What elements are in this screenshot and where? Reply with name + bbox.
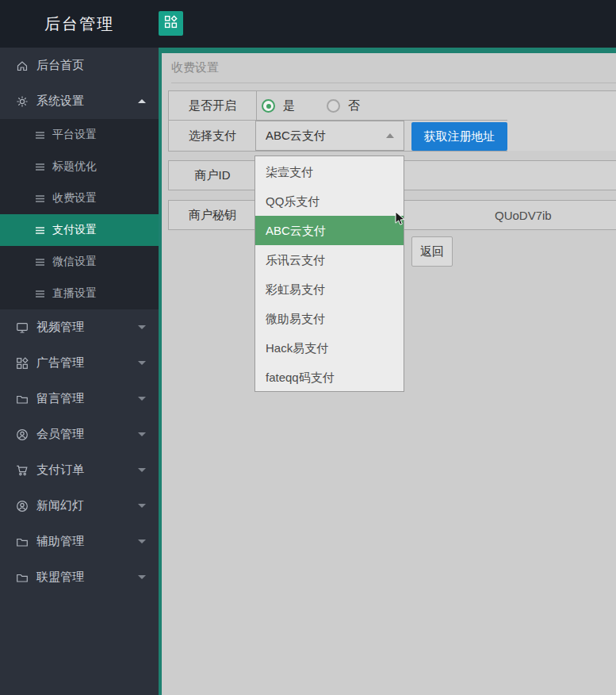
dropdown-option[interactable]: 彩虹易支付 (255, 275, 404, 304)
sidebar-item-system-settings[interactable]: 系统设置 (0, 83, 159, 119)
payment-dropdown: 柒壹支付 QQ乐支付 ABC云支付 乐讯云支付 彩虹易支付 微助易支付 Hack… (254, 156, 404, 392)
panel-title: 收费设置 (171, 60, 219, 75)
home-icon (16, 60, 29, 72)
sidebar-item-messages[interactable]: 留言管理 (0, 381, 159, 417)
enable-label: 是否开启 (169, 91, 257, 121)
sidebar-item-members[interactable]: 会员管理 (0, 417, 159, 452)
enable-radio-group: 是 否 (257, 91, 360, 121)
dropdown-option-selected[interactable]: ABC云支付 (255, 216, 404, 245)
monitor-icon (16, 321, 29, 334)
sidebar-item-label: 视频管理 (36, 320, 84, 335)
get-register-url-button[interactable]: 获取注册地址 (411, 122, 507, 151)
sidebar-subitem-label: 收费设置 (52, 191, 97, 205)
enable-row: 是否开启 是 否 (168, 90, 616, 121)
chevron-down-icon (138, 468, 146, 472)
menu-lines-icon (35, 194, 45, 204)
sidebar-item-label: 辅助管理 (36, 534, 84, 549)
top-header: 后台管理 (0, 0, 616, 48)
sidebar-item-alliance[interactable]: 联盟管理 (0, 559, 159, 595)
radio-option-yes[interactable]: 是 (262, 98, 295, 113)
chevron-down-icon (138, 361, 146, 365)
sidebar-item-news-slides[interactable]: 新闻幻灯 (0, 488, 159, 524)
sidebar-subitem-label: 直播设置 (52, 286, 97, 301)
grid-diamond-icon (16, 357, 29, 370)
sidebar-item-label: 会员管理 (36, 427, 84, 442)
menu-lines-icon (35, 130, 45, 140)
menu-lines-icon (35, 225, 45, 236)
folder-icon (16, 536, 29, 548)
sidebar-item-ads[interactable]: 广告管理 (0, 345, 159, 381)
dropdown-option[interactable]: 微助易支付 (255, 304, 404, 333)
app-title: 后台管理 (0, 0, 159, 48)
apps-grid-button[interactable] (159, 11, 183, 36)
sidebar-item-video[interactable]: 视频管理 (0, 309, 159, 345)
chevron-down-icon (138, 432, 146, 436)
radio-option-no[interactable]: 否 (327, 98, 360, 113)
sidebar-subitem-label: 平台设置 (52, 128, 97, 142)
folder-icon (16, 571, 29, 584)
dropdown-option[interactable]: 柒壹支付 (255, 157, 404, 186)
sidebar-item-label: 后台首页 (36, 58, 84, 73)
row-separator (168, 151, 507, 152)
dropdown-option[interactable]: QQ乐支付 (255, 186, 404, 216)
sidebar-item-auxiliary[interactable]: 辅助管理 (0, 524, 159, 559)
sidebar-item-label: 系统设置 (36, 94, 84, 109)
user-circle-icon (16, 500, 29, 513)
chevron-down-icon (138, 504, 146, 508)
payment-select[interactable]: ABC云支付 (255, 121, 404, 151)
grid-diamond-icon (164, 15, 178, 32)
sidebar-subitem-label: 标题优化 (52, 159, 97, 174)
sidebar-subitem-platform[interactable]: 平台设置 (0, 119, 159, 151)
gear-icon (16, 95, 29, 108)
system-settings-submenu: 平台设置 标题优化 收费设置 (0, 119, 159, 309)
dropdown-option[interactable]: fateqq码支付 (255, 363, 404, 392)
chevron-down-icon (138, 325, 146, 329)
sidebar-item-label: 新闻幻灯 (36, 498, 84, 513)
sidebar-item-label: 广告管理 (36, 355, 84, 371)
radio-no-label: 否 (348, 98, 360, 113)
dropdown-option[interactable]: Hack易支付 (255, 333, 404, 363)
chevron-down-icon (138, 397, 146, 401)
dropdown-option[interactable]: 乐讯云支付 (255, 245, 404, 275)
merchant-id-label: 商户ID (169, 161, 257, 190)
admin-app: 后台管理 后台首页 (0, 0, 616, 695)
sidebar-subitem-title-seo[interactable]: 标题优化 (0, 151, 159, 182)
back-button[interactable]: 返回 (411, 236, 453, 267)
merchant-key-label: 商户秘钥 (169, 201, 257, 229)
chevron-up-icon (138, 99, 146, 103)
sidebar-subitem-wechat[interactable]: 微信设置 (0, 246, 159, 278)
payment-select-value: ABC云支付 (266, 129, 326, 144)
sidebar-item-label: 联盟管理 (36, 570, 84, 585)
menu-lines-icon (35, 289, 45, 299)
caret-up-icon (386, 133, 394, 138)
cart-icon (16, 464, 29, 477)
sidebar-subitem-fee-settings[interactable]: 收费设置 (0, 182, 159, 214)
sidebar: 后台首页 系统设置 平台设置 (0, 48, 159, 695)
sidebar-subitem-label: 支付设置 (52, 223, 97, 237)
sidebar-subitem-live[interactable]: 直播设置 (0, 278, 159, 309)
main-content: 收费设置 是否开启 是 否 选择支付 ABC云支付 (159, 48, 616, 695)
sidebar-item-label: 留言管理 (36, 391, 84, 406)
user-circle-icon (16, 428, 29, 441)
payment-label: 选择支付 (169, 121, 257, 151)
sidebar-subitem-label: 微信设置 (52, 255, 97, 269)
radio-selected-icon[interactable] (262, 99, 275, 113)
sidebar-subitem-payment-settings[interactable]: 支付设置 (0, 214, 159, 246)
menu-lines-icon (35, 162, 45, 172)
sidebar-item-payment-orders[interactable]: 支付订单 (0, 452, 159, 488)
menu-lines-icon (35, 257, 45, 267)
panel-divider (171, 83, 616, 83)
radio-unselected-icon[interactable] (327, 99, 340, 113)
chevron-down-icon (138, 575, 146, 579)
merchant-key-value: QUoDV7ib (495, 201, 552, 229)
chevron-down-icon (138, 539, 146, 543)
sidebar-item-label: 支付订单 (36, 463, 84, 478)
sidebar-item-home[interactable]: 后台首页 (0, 48, 159, 83)
folder-icon (16, 393, 29, 405)
radio-yes-label: 是 (283, 98, 295, 113)
